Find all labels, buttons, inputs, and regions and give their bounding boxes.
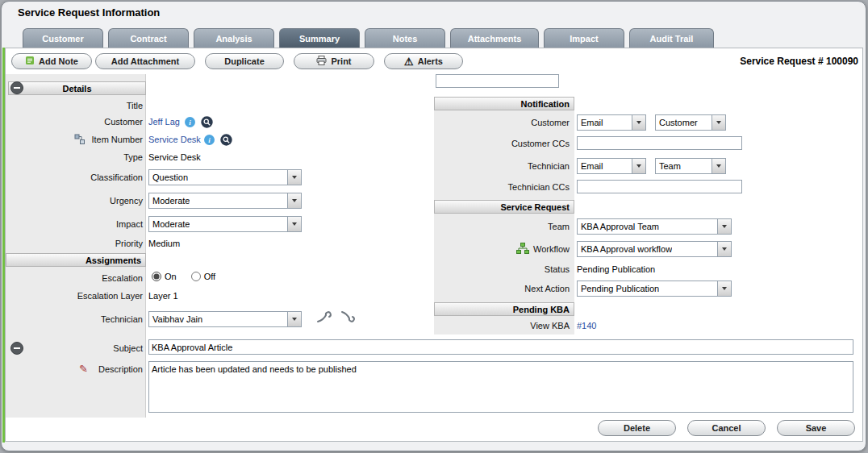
customer-notify-recipient-select[interactable]: Customer bbox=[655, 114, 726, 131]
add-note-icon bbox=[25, 56, 35, 67]
page-title: Service Request Information bbox=[18, 6, 160, 19]
impact-value: Moderate bbox=[149, 219, 190, 229]
team-select[interactable]: KBA Approval Team bbox=[577, 218, 732, 235]
details-section-header: Details bbox=[8, 81, 146, 95]
deescalate-icon[interactable] bbox=[339, 310, 355, 327]
duplicate-button[interactable]: Duplicate bbox=[205, 53, 284, 69]
customer-ccs-input[interactable] bbox=[577, 136, 742, 150]
tab-impact[interactable]: Impact bbox=[544, 28, 624, 48]
escalate-icon[interactable] bbox=[316, 310, 332, 327]
urgency-value: Moderate bbox=[149, 196, 190, 206]
technician-notify-recipient-value: Team bbox=[656, 161, 681, 171]
collapse-details-icon[interactable] bbox=[10, 81, 23, 94]
view-kba-link[interactable]: #140 bbox=[577, 321, 596, 330]
chevron-down-icon bbox=[717, 242, 731, 256]
technician-ccs-label: Technician CCs bbox=[434, 182, 570, 192]
type-label: Type bbox=[6, 152, 143, 162]
technician-ccs-input[interactable] bbox=[577, 180, 742, 193]
title-label: Title bbox=[6, 101, 143, 110]
escalation-layer-value: Layer 1 bbox=[148, 291, 178, 301]
view-kba-label: View KBA bbox=[434, 321, 570, 330]
cancel-label: Cancel bbox=[712, 423, 741, 433]
subject-label: Subject bbox=[6, 343, 143, 353]
alerts-label: Alerts bbox=[418, 56, 443, 66]
tab-summary[interactable]: Summary bbox=[279, 28, 360, 48]
alerts-button[interactable]: ⚠ Alerts bbox=[384, 53, 463, 69]
workflow-value: KBA Approval workflow bbox=[578, 244, 672, 254]
notification-customer-label: Customer bbox=[434, 118, 570, 127]
tab-analysis[interactable]: Analysis bbox=[194, 28, 274, 48]
customer-ccs-label: Customer CCs bbox=[434, 139, 570, 148]
urgency-label: Urgency bbox=[6, 196, 143, 206]
cancel-button[interactable]: Cancel bbox=[687, 420, 766, 436]
classification-value: Question bbox=[149, 172, 188, 182]
status-value: Pending Publication bbox=[577, 264, 655, 274]
next-action-select[interactable]: Pending Publication bbox=[577, 281, 732, 297]
warning-icon: ⚠ bbox=[404, 56, 414, 67]
escalation-layer-label: Escalation Layer bbox=[6, 291, 143, 301]
chevron-down-icon bbox=[712, 115, 725, 130]
right-label-column bbox=[434, 97, 574, 335]
print-button[interactable]: Print bbox=[294, 53, 374, 69]
technician-notify-method-select[interactable]: Email bbox=[577, 158, 646, 174]
request-number: Service Request # 100090 bbox=[740, 56, 858, 67]
chevron-down-icon bbox=[287, 217, 301, 231]
workflow-select[interactable]: KBA Approval workflow bbox=[577, 241, 732, 257]
tab-audit-trail[interactable]: Audit Trail bbox=[629, 28, 714, 48]
chevron-down-icon bbox=[717, 219, 731, 234]
footer-actions: Delete Cancel Save bbox=[598, 420, 855, 436]
technician-select[interactable]: Vaibhav Jain bbox=[148, 311, 302, 327]
next-action-label: Next Action bbox=[434, 284, 570, 293]
team-value: KBA Approval Team bbox=[578, 222, 659, 231]
customer-info-icon[interactable]: i bbox=[185, 117, 195, 127]
escalation-on-radio[interactable] bbox=[152, 272, 161, 281]
delete-button[interactable]: Delete bbox=[598, 420, 676, 436]
item-search-icon[interactable] bbox=[220, 134, 232, 149]
item-info-icon[interactable]: i bbox=[204, 135, 215, 145]
urgency-select[interactable]: Moderate bbox=[148, 193, 302, 209]
item-number-link[interactable]: Service Desk bbox=[148, 135, 201, 144]
impact-label: Impact bbox=[6, 219, 143, 229]
add-note-label: Add Note bbox=[39, 56, 78, 66]
escalation-label: Escalation bbox=[6, 273, 143, 283]
print-label: Print bbox=[331, 56, 351, 66]
customer-search-icon[interactable] bbox=[201, 116, 213, 131]
tab-contract[interactable]: Contract bbox=[108, 28, 189, 48]
technician-notify-recipient-select[interactable]: Team bbox=[655, 158, 726, 174]
notification-section-header: Notification bbox=[434, 97, 574, 110]
workflow-label: Workflow bbox=[434, 244, 570, 254]
impact-select[interactable]: Moderate bbox=[148, 216, 302, 232]
team-label: Team bbox=[434, 222, 570, 231]
add-attachment-button[interactable]: Add Attachment bbox=[95, 53, 195, 69]
toolbar: Add Note Add Attachment Duplicate Print … bbox=[11, 53, 463, 69]
chevron-down-icon bbox=[287, 193, 301, 208]
technician-label: Technician bbox=[6, 314, 143, 324]
printer-icon bbox=[316, 56, 327, 67]
escalation-off-label: Off bbox=[204, 272, 215, 281]
add-attachment-label: Add Attachment bbox=[111, 56, 180, 66]
tab-customer[interactable]: Customer bbox=[23, 28, 103, 48]
status-label: Status bbox=[434, 264, 570, 274]
description-textarea[interactable]: Article has been updated and needs to be… bbox=[148, 361, 853, 413]
chevron-down-icon bbox=[287, 312, 301, 326]
classification-select[interactable]: Question bbox=[148, 169, 302, 185]
tab-notes[interactable]: Notes bbox=[365, 28, 445, 48]
customer-notify-method-select[interactable]: Email bbox=[577, 114, 646, 131]
next-action-value: Pending Publication bbox=[578, 284, 659, 293]
technician-value: Vaibhav Jain bbox=[149, 314, 202, 324]
priority-label: Priority bbox=[6, 239, 143, 248]
save-button[interactable]: Save bbox=[777, 420, 855, 436]
escalation-off-radio[interactable] bbox=[191, 272, 201, 281]
chevron-down-icon bbox=[717, 281, 731, 296]
description-label: Description bbox=[6, 364, 143, 374]
tab-attachments[interactable]: Attachments bbox=[450, 28, 539, 48]
assignments-section-header: Assignments bbox=[6, 253, 146, 267]
customer-notify-method-value: Email bbox=[578, 118, 603, 127]
service-request-window: Service Request Information Customer Con… bbox=[0, 0, 868, 453]
unlabeled-top-input[interactable] bbox=[436, 74, 559, 88]
customer-link[interactable]: Jeff Lag bbox=[148, 117, 180, 127]
chevron-down-icon bbox=[712, 159, 725, 173]
add-note-button[interactable]: Add Note bbox=[11, 53, 92, 69]
notification-header-label: Notification bbox=[521, 99, 570, 109]
subject-input[interactable] bbox=[148, 339, 853, 355]
